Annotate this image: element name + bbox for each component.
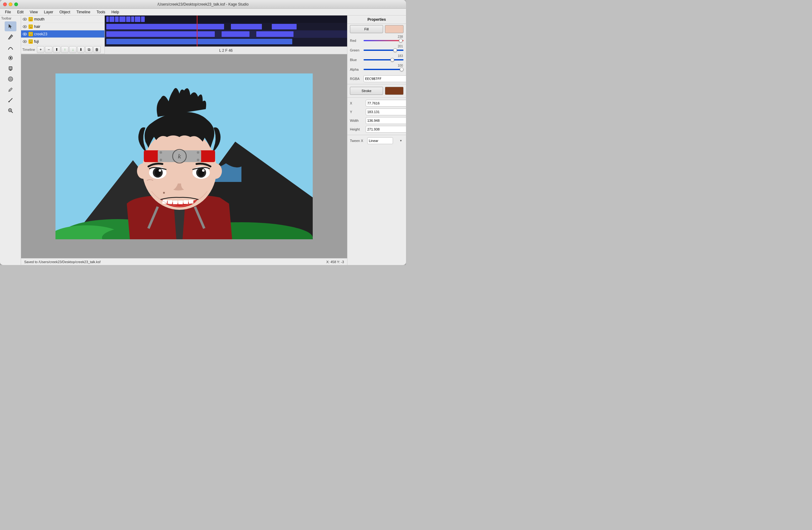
svg-point-16 (24, 18, 25, 20)
zoom-tool[interactable] (5, 106, 16, 116)
alpha-slider[interactable] (364, 67, 404, 72)
dropper-tool[interactable] (5, 85, 16, 95)
menu-view[interactable]: View (27, 9, 40, 15)
menu-layer[interactable]: Layer (42, 9, 56, 15)
menu-help[interactable]: Help (109, 9, 121, 15)
layer-visibility-mouth[interactable] (22, 17, 27, 22)
frame-info: L 2 F 46 (219, 48, 233, 53)
layer-name-creek23: creek23 (34, 32, 103, 36)
drawing-canvas[interactable]: k (56, 73, 313, 239)
svg-rect-58 (173, 201, 178, 204)
layer-row-creek23[interactable]: 🔒 creek23 (21, 30, 104, 38)
svg-rect-3 (9, 67, 12, 70)
left-toolbar: Toolbar (0, 15, 21, 265)
eyedropper-tool[interactable] (5, 95, 16, 105)
svg-point-18 (24, 26, 25, 27)
color-sliders: 238 Red 201 Green (347, 34, 406, 75)
statusbar: Saved to /Users/creek23/Desktop/creek23_… (21, 258, 347, 265)
layer-row-hair[interactable]: 🔒 hair (21, 23, 104, 30)
svg-marker-0 (9, 24, 12, 29)
canvas-area[interactable]: k (21, 54, 347, 258)
blue-value-label: 183 (350, 54, 404, 58)
stroke-color-swatch[interactable] (385, 87, 404, 95)
maximize-button[interactable] (14, 2, 18, 6)
titlebar: /Users/creek23/Desktop/creek23_talk.ksf … (0, 0, 406, 9)
close-button[interactable] (3, 2, 7, 6)
layer-lock-hair[interactable]: 🔒 (29, 25, 33, 29)
bezier-tool[interactable] (5, 42, 16, 52)
layer-row-fuji[interactable]: 🔒 fuji (21, 38, 104, 45)
y-input[interactable] (366, 109, 406, 115)
alpha-value-label: 100 (350, 64, 404, 67)
pen-tool[interactable] (5, 32, 16, 42)
menu-edit[interactable]: Edit (15, 9, 26, 15)
svg-point-45 (197, 159, 199, 161)
x-input[interactable] (366, 100, 406, 106)
fill-color-swatch[interactable] (385, 25, 404, 33)
timeline-toolbar: Timeline + − ⬆ ↑ ↓ ⬇ ⧉ 🗑 (21, 45, 104, 54)
pointer-tool[interactable] (5, 22, 16, 31)
menu-object[interactable]: Object (57, 9, 73, 15)
stroke-button[interactable]: Stroke (350, 87, 383, 95)
window-title: /Users/creek23/Desktop/creek23_talk.ksf … (157, 2, 249, 6)
svg-point-39 (209, 163, 222, 179)
green-slider[interactable] (364, 48, 404, 52)
height-row: Height (347, 125, 406, 133)
main-window: /Users/creek23/Desktop/creek23_talk.ksf … (0, 0, 406, 265)
playhead[interactable] (197, 15, 198, 46)
layer-list: 🔒 mouth 🔒 hair (21, 15, 105, 54)
menu-timeline[interactable]: Timeline (74, 9, 93, 15)
red-slider[interactable] (364, 39, 404, 43)
svg-line-12 (11, 112, 13, 113)
layer-lock-mouth[interactable]: 🔒 (29, 17, 33, 22)
minimize-button[interactable] (9, 2, 12, 6)
stroke-label: Stroke (362, 89, 372, 93)
toolbar-label: Toolbar (0, 17, 12, 20)
status-right: X: 458 Y: -3 (327, 260, 344, 264)
width-input[interactable] (366, 117, 406, 124)
tl-up-button[interactable]: ↑ (61, 46, 69, 53)
height-input[interactable] (366, 126, 406, 133)
timeline-right: L 2 F 46 (105, 15, 347, 54)
svg-point-22 (24, 41, 25, 42)
spiral-tool[interactable] (5, 74, 16, 84)
tl-last-button[interactable]: ⬇ (77, 46, 85, 53)
menu-file[interactable]: File (2, 9, 13, 15)
tl-first-button[interactable]: ⬆ (53, 46, 60, 53)
x-label: X (350, 101, 364, 105)
tl-remove-button[interactable]: − (45, 46, 53, 53)
tl-delete-button[interactable]: 🗑 (93, 46, 101, 53)
svg-point-44 (197, 151, 199, 154)
tween-x-select[interactable]: Linear Ease In Ease Out Ease In Out None (367, 137, 393, 144)
layer-row-mouth[interactable]: 🔒 mouth (21, 15, 104, 23)
layer-name-fuji: fuji (34, 39, 103, 44)
svg-point-2 (10, 57, 12, 59)
y-row: Y (347, 108, 406, 116)
fill-button[interactable]: Fill (350, 25, 383, 33)
layer-visibility-creek23[interactable] (22, 32, 27, 37)
fill-tool[interactable] (5, 53, 16, 63)
layer-name-mouth: mouth (34, 17, 103, 22)
tl-down-button[interactable]: ↓ (69, 46, 76, 53)
canvas-svg: k (56, 73, 313, 239)
tl-copy-button[interactable]: ⧉ (85, 46, 93, 53)
right-panel: Properties Fill 238 Red (347, 15, 406, 265)
layer-lock-fuji[interactable]: 🔒 (29, 39, 33, 44)
svg-point-42 (160, 151, 162, 154)
menu-tools[interactable]: Tools (94, 9, 107, 15)
svg-point-7 (10, 79, 11, 80)
svg-rect-59 (178, 201, 183, 204)
svg-rect-4 (10, 70, 12, 71)
layer-visibility-fuji[interactable] (22, 39, 27, 44)
layer-visibility-hair[interactable] (22, 24, 27, 29)
bucket-tool[interactable] (5, 63, 16, 73)
tl-add-button[interactable]: + (37, 46, 44, 53)
svg-point-20 (24, 33, 25, 35)
properties-title: Properties (347, 15, 406, 24)
timeline-canvas[interactable] (105, 15, 347, 46)
blue-slider[interactable] (364, 58, 404, 62)
red-label: Red (350, 39, 362, 42)
green-label: Green (350, 48, 362, 52)
layer-lock-creek23[interactable]: 🔒 (29, 32, 33, 36)
rgba-input[interactable] (364, 75, 406, 82)
